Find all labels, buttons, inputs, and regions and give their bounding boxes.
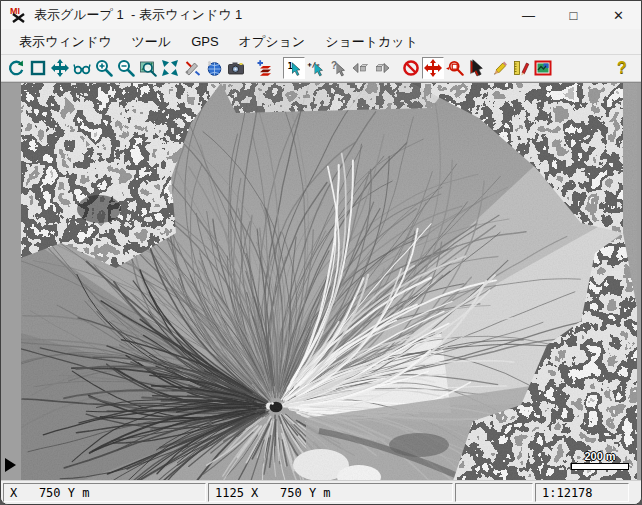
what-is-help-tool[interactable]: ? xyxy=(327,57,349,79)
status-map-scale: 1:12178 xyxy=(535,483,629,502)
status-position-xy: 1125 X 750 Y m xyxy=(208,483,453,502)
full-extent-icon[interactable] xyxy=(27,57,49,79)
maximize-button[interactable]: □ xyxy=(551,1,596,29)
status-position-y: X 750 Y m xyxy=(3,483,206,502)
svg-text:?: ? xyxy=(331,60,337,71)
resize-grip[interactable] xyxy=(631,483,639,502)
geotoolbox-icon[interactable] xyxy=(181,57,203,79)
zoom-in-icon[interactable] xyxy=(93,57,115,79)
status-bar: X 750 Y m 1125 X 750 Y m 1:12178 xyxy=(1,480,641,504)
menu-display-window[interactable]: 表示ウィンドウ xyxy=(9,30,122,54)
select-single-tool[interactable]: 1 xyxy=(283,57,305,79)
menu-bar: 表示ウィンドウ ツール GPS オプション ショートカット xyxy=(1,29,641,55)
scale-bar: 200 m xyxy=(571,450,629,470)
snapshot-camera-icon[interactable] xyxy=(225,57,247,79)
zoom-box-tool[interactable] xyxy=(444,57,466,79)
multi-select-tool[interactable]: +/- xyxy=(305,57,327,79)
previous-view-icon[interactable] xyxy=(349,57,371,79)
tool-bar: 1 +/- ? xyxy=(1,55,641,82)
menu-shortcuts[interactable]: ショートカット xyxy=(315,30,428,54)
menu-options[interactable]: オプション xyxy=(229,30,316,54)
scale-bar-label: 200 m xyxy=(571,450,629,462)
app-logo-icon: MI xyxy=(8,6,28,24)
app-window: MI 表示グループ 1 - 表示ウィンドウ 1 — □ ✕ 表示ウィンドウ ツー… xyxy=(0,0,642,505)
cancel-icon[interactable] xyxy=(400,57,422,79)
pan-tool[interactable] xyxy=(422,57,444,79)
map-view[interactable]: 200 m xyxy=(1,82,641,480)
hillshade-raster xyxy=(21,83,637,480)
select-pointer-tool[interactable] xyxy=(466,57,488,79)
zoom-full-icon[interactable] xyxy=(137,57,159,79)
position-icon[interactable] xyxy=(49,57,71,79)
next-view-icon[interactable] xyxy=(371,57,393,79)
measure-tool[interactable] xyxy=(510,57,532,79)
locator-globe-icon[interactable] xyxy=(203,57,225,79)
sidebar-toggle-arrow-icon[interactable] xyxy=(5,458,16,472)
scale-bar-rule xyxy=(571,463,629,470)
close-button[interactable]: ✕ xyxy=(596,1,641,29)
zoom-extents-icon[interactable] xyxy=(159,57,181,79)
legend-view-icon[interactable] xyxy=(532,57,554,79)
status-blank-field xyxy=(455,483,533,502)
help-icon[interactable]: ? xyxy=(611,57,633,79)
zoom-out-icon[interactable] xyxy=(115,57,137,79)
menu-gps[interactable]: GPS xyxy=(181,31,228,52)
view-glasses-icon[interactable] xyxy=(71,57,93,79)
title-bar: MI 表示グループ 1 - 表示ウィンドウ 1 — □ ✕ xyxy=(1,1,641,29)
add-layer-icon[interactable] xyxy=(254,57,276,79)
menu-tools[interactable]: ツール xyxy=(122,30,182,54)
sketch-pencil-tool[interactable] xyxy=(488,57,510,79)
redraw-icon[interactable] xyxy=(5,57,27,79)
minimize-button[interactable]: — xyxy=(506,1,551,29)
window-title: 表示グループ 1 - 表示ウィンドウ 1 xyxy=(34,6,506,24)
